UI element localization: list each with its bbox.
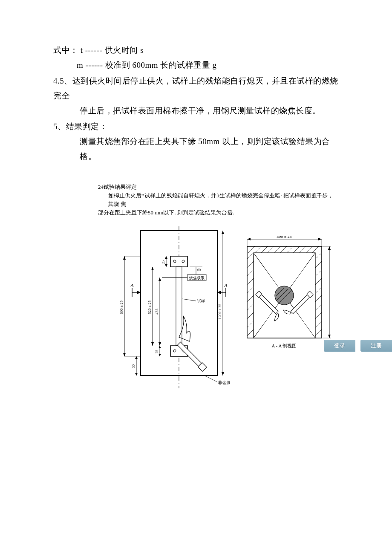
- svg-line-79: [247, 261, 254, 268]
- svg-line-69: [261, 246, 268, 253]
- svg-line-92: [315, 287, 322, 293]
- svg-line-72: [280, 246, 287, 253]
- svg-line-76: [306, 246, 312, 253]
- svg-text:25: 25: [161, 260, 165, 264]
- svg-line-71: [274, 246, 280, 253]
- section-5-heading: 5、结果判定：: [53, 119, 339, 134]
- svg-line-77: [312, 246, 319, 253]
- login-button[interactable]: 登录: [324, 340, 355, 352]
- svg-line-78: [247, 253, 254, 259]
- subtext-line-2: 部分在距上夹且下绛50 mm以下. 则判定试验结果为台揞.: [98, 208, 337, 217]
- document-body: 式中： t ------ 供火时间 s m ------ 校准到 600mm 长…: [0, 0, 392, 397]
- svg-marker-48: [135, 373, 138, 376]
- svg-marker-32: [151, 342, 154, 346]
- section-5-body: 测量其烧焦部分在距上夹具下缘 50mm 以上，则判定该试验结果为合格。: [53, 134, 339, 164]
- section-4-5-a: 4.5、达到供火时间后停止供火，试样上的残焰能自行熄灭，并且在试样的燃烧完全: [53, 73, 339, 103]
- floating-auth-buttons: 登录 注册: [324, 340, 392, 352]
- svg-text:50: 50: [132, 364, 135, 368]
- svg-marker-60: [247, 238, 251, 240]
- svg-text:25: 25: [155, 350, 159, 353]
- svg-line-88: [315, 253, 322, 259]
- subtext-title: 24试验结果评定: [98, 183, 337, 191]
- svg-marker-61: [318, 238, 322, 240]
- svg-line-87: [247, 330, 254, 336]
- svg-line-95: [315, 312, 322, 319]
- diagram-front-view: 烧焦极限 试样 A: [119, 226, 230, 399]
- svg-line-68: [255, 246, 261, 253]
- svg-line-82: [247, 287, 254, 293]
- svg-rect-5: [176, 267, 182, 346]
- svg-text:520 ± 25: 520 ± 25: [147, 301, 152, 314]
- svg-line-90: [315, 270, 322, 276]
- svg-marker-39: [165, 256, 167, 259]
- svg-line-12: [182, 299, 196, 301]
- svg-line-80: [247, 270, 254, 276]
- svg-line-96: [315, 321, 322, 327]
- svg-marker-43: [159, 346, 161, 348]
- svg-marker-54: [222, 231, 224, 234]
- section-4-5-b: 停止后，把试样表面用棉布擦干净，用钢尺测量试样的烧焦长度。: [53, 103, 339, 118]
- svg-line-93: [315, 295, 322, 302]
- svg-text:300 ± 25: 300 ± 25: [277, 236, 292, 239]
- svg-marker-44: [159, 354, 161, 356]
- svg-line-86: [247, 321, 254, 327]
- svg-text:1200 ± 25: 1200 ± 25: [218, 304, 222, 319]
- svg-marker-21: [217, 291, 221, 294]
- svg-text:475: 475: [155, 309, 159, 315]
- svg-line-73: [287, 246, 293, 253]
- svg-marker-40: [165, 264, 167, 267]
- diagram-container: 烧焦极限 试样 A: [119, 226, 339, 397]
- svg-text:60: 60: [197, 268, 201, 272]
- formula-line-t: 式中： t ------ 供火时间 s: [53, 43, 339, 58]
- svg-text:A: A: [130, 283, 134, 288]
- svg-marker-47: [135, 356, 138, 359]
- svg-text:烧焦极限: 烧焦极限: [189, 276, 205, 280]
- svg-line-91: [315, 278, 322, 285]
- svg-line-84: [247, 304, 254, 310]
- formula-line-m: m ------ 校准到 600mm 长的试样重量 g: [53, 58, 339, 72]
- svg-marker-25: [123, 256, 126, 260]
- svg-text:600 ± 25: 600 ± 25: [119, 301, 124, 314]
- svg-marker-36: [159, 342, 161, 346]
- scanned-subtext: 24试验结果评定 如槹止供火后*试样上的残焰能自轩熄火，并ft生试样的蟋烧完全停…: [98, 183, 337, 217]
- svg-line-89: [315, 261, 322, 268]
- svg-marker-110: [328, 335, 331, 338]
- svg-marker-35: [159, 278, 161, 281]
- svg-text:试样: 试样: [197, 299, 205, 303]
- svg-line-81: [247, 278, 254, 285]
- svg-marker-26: [123, 353, 126, 356]
- subtext-line-1: 如槹止供火后*试样上的残焰能自轩熄火，并ft生试样的蟋烧完全停业暗· 把试样表面…: [98, 191, 337, 208]
- svg-text:非金属底板: 非金属底板: [218, 380, 230, 385]
- svg-line-83: [247, 295, 254, 302]
- svg-line-74: [293, 246, 300, 253]
- svg-line-85: [247, 312, 254, 319]
- svg-marker-55: [222, 372, 224, 376]
- svg-rect-2: [170, 256, 187, 267]
- svg-line-75: [300, 246, 306, 253]
- svg-line-97: [315, 330, 322, 336]
- svg-marker-17: [137, 291, 141, 294]
- svg-line-67: [248, 246, 255, 253]
- svg-marker-31: [151, 267, 154, 270]
- svg-line-70: [268, 246, 274, 253]
- svg-line-57: [205, 376, 217, 382]
- svg-point-100: [275, 286, 294, 305]
- svg-text:A - A 剖视图: A - A 剖视图: [272, 343, 297, 348]
- register-button[interactable]: 注册: [360, 340, 392, 352]
- svg-marker-109: [328, 246, 331, 250]
- svg-text:A: A: [224, 283, 228, 288]
- svg-line-94: [315, 304, 322, 310]
